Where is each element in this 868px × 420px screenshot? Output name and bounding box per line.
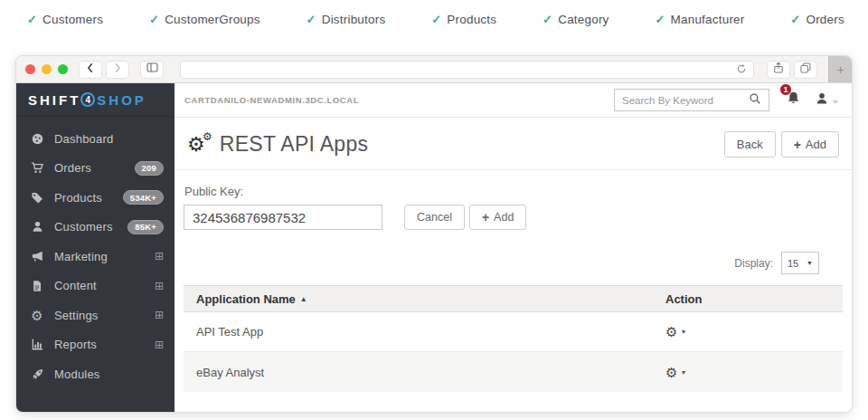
search-input[interactable] [622, 95, 743, 106]
sidebar-item-settings[interactable]: ⚙ Settings ⊞ [16, 301, 175, 330]
rest-api-gears-icon: ⚙⚙ [187, 135, 205, 155]
user-icon [29, 220, 45, 234]
dashboard-icon [29, 132, 45, 146]
minimize-window-button[interactable] [42, 64, 52, 74]
refresh-icon[interactable] [736, 62, 747, 78]
sidebar-item-label: Customers [54, 220, 118, 234]
sidebar-item-dashboard[interactable]: Dashboard [16, 124, 175, 154]
store-domain-label: CARTDANILO-NEWADMIN.3DC.LOCAL [184, 95, 359, 105]
customers-count-badge: 85K+ [127, 220, 164, 234]
browser-window: + SHIFT 4 SHOP Dashboard Orders 209 [16, 56, 852, 412]
keyword-search-box[interactable] [614, 89, 769, 111]
nav-item-label: Manufacturer [671, 13, 745, 26]
sidebar-item-label: Dashboard [54, 132, 164, 146]
app-name-cell: API Test App [196, 325, 665, 339]
table-row: API Test App ⚙ ▼ [184, 312, 843, 352]
display-label: Display: [734, 257, 773, 270]
forward-nav-button[interactable] [106, 61, 129, 79]
api-apps-table: Application Name ▲ Action API Test App ⚙ [184, 285, 843, 412]
user-icon [815, 91, 829, 110]
sidebar-nav: Dashboard Orders 209 Products 534K+ Cust… [16, 117, 175, 389]
expand-plus-icon[interactable]: ⊞ [155, 251, 164, 262]
share-button[interactable] [767, 61, 790, 79]
gear-icon: ⚙ [665, 325, 677, 339]
cart-icon [29, 161, 45, 175]
tabs-overview-button[interactable] [794, 61, 817, 79]
cancel-button[interactable]: Cancel [404, 205, 465, 230]
public-key-input[interactable] [184, 205, 382, 230]
notifications-button[interactable]: 1 [786, 91, 801, 110]
rocket-icon [29, 368, 45, 381]
chevron-left-icon [84, 62, 97, 78]
column-header-application-name[interactable]: Application Name ▲ [196, 292, 665, 306]
expand-plus-icon[interactable]: ⊞ [155, 281, 164, 291]
window-controls [25, 64, 68, 74]
back-nav-button[interactable] [79, 61, 102, 79]
caret-down-icon: ▼ [680, 369, 686, 376]
add-key-button[interactable]: +Add [469, 205, 526, 230]
column-header-action: Action [665, 292, 830, 306]
url-input[interactable] [187, 64, 736, 75]
address-bar[interactable] [180, 61, 754, 79]
check-icon: ✓ [27, 13, 37, 26]
caret-down-icon: ▼ [680, 329, 686, 335]
nav-item-distributors[interactable]: ✓Distributors [307, 13, 386, 26]
megaphone-icon [29, 250, 45, 263]
zoom-window-button[interactable] [58, 64, 68, 74]
expand-plus-icon[interactable]: ⊞ [155, 310, 164, 320]
nav-item-products[interactable]: ✓Products [431, 13, 496, 26]
table-row: eBay Analyst ⚙ ▼ [184, 352, 843, 392]
sidebar-item-label: Orders [54, 161, 126, 175]
app-name-cell: eBay Analyst [196, 366, 665, 379]
back-button[interactable]: Back [724, 131, 776, 158]
display-count-select[interactable]: 15 ▼ [781, 252, 819, 274]
sort-ascending-icon: ▲ [300, 295, 307, 303]
check-icon: ✓ [307, 13, 316, 26]
logo-text-shop: SHOP [97, 92, 146, 108]
sidebar-item-label: Content [54, 279, 146, 292]
nav-item-label: Customers [42, 13, 103, 26]
close-window-button[interactable] [25, 64, 35, 74]
orders-count-badge: 209 [135, 161, 164, 176]
nav-item-customers[interactable]: ✓Customers [27, 13, 103, 26]
sidebar-item-marketing[interactable]: Marketing ⊞ [16, 242, 175, 272]
search-icon[interactable] [749, 92, 761, 109]
nav-item-orders[interactable]: ✓Orders [790, 13, 844, 26]
row-action-menu-button[interactable]: ⚙ ▼ [665, 366, 830, 379]
check-icon: ✓ [542, 13, 552, 26]
row-action-menu-button[interactable]: ⚙ ▼ [665, 325, 830, 339]
add-app-button[interactable]: +Add [781, 131, 839, 158]
table-header: Application Name ▲ Action [184, 285, 843, 312]
sidebar-toggle-button[interactable] [140, 61, 164, 79]
public-key-label: Public Key: [184, 185, 843, 198]
gear-icon: ⚙ [665, 366, 677, 379]
plus-icon: + [482, 210, 489, 224]
nav-item-customergroups[interactable]: ✓CustomerGroups [149, 13, 260, 26]
sidebar-item-label: Products [54, 191, 114, 205]
sidebar-item-modules[interactable]: Modules [16, 359, 175, 389]
plus-icon: + [794, 138, 801, 152]
new-tab-button[interactable]: + [828, 56, 852, 82]
caret-down-icon: ▼ [807, 260, 813, 266]
admin-topbar: CARTDANILO-NEWADMIN.3DC.LOCAL 1 [175, 83, 852, 118]
shift4shop-logo[interactable]: SHIFT 4 SHOP [16, 83, 175, 117]
expand-plus-icon[interactable]: ⊞ [155, 339, 164, 350]
nav-item-category[interactable]: ✓Category [542, 13, 609, 26]
sidebar-item-content[interactable]: Content ⊞ [16, 272, 175, 301]
sidebar-item-customers[interactable]: Customers 85K+ [16, 213, 175, 243]
sidebar-item-products[interactable]: Products 534K+ [16, 183, 175, 213]
tabs-icon [799, 62, 812, 78]
plus-icon: + [836, 62, 844, 77]
sidebar: SHIFT 4 SHOP Dashboard Orders 209 Produc… [16, 83, 175, 412]
user-menu-button[interactable] [815, 91, 839, 110]
sidebar-item-label: Marketing [54, 250, 146, 263]
nav-item-manufacturer[interactable]: ✓Manufacturer [655, 13, 744, 26]
sidebar-item-label: Reports [54, 338, 146, 351]
chevron-right-icon [111, 62, 124, 78]
logo-four-circle-icon: 4 [80, 92, 95, 107]
bar-chart-icon [29, 338, 45, 351]
check-icon: ✓ [655, 13, 665, 26]
sidebar-item-orders[interactable]: Orders 209 [16, 154, 175, 184]
sidebar-item-reports[interactable]: Reports ⊞ [16, 330, 175, 360]
page-header: ⚙⚙ REST API Apps Back +Add [175, 118, 852, 170]
